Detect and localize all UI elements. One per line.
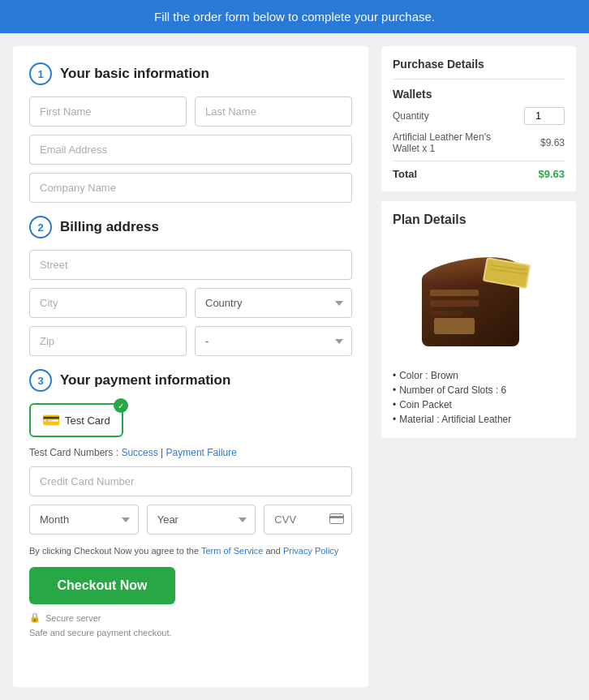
payment-options: ✓ 💳 Test Card: [29, 403, 352, 437]
terms-text: By clicking Checkout Now you agree to th…: [29, 546, 352, 556]
country-select[interactable]: Country United States United Kingdom Can…: [195, 288, 352, 318]
company-input[interactable]: [29, 173, 352, 203]
total-price: $9.63: [538, 168, 565, 180]
expiry-cvv-row: Month JanuaryFebruaryMarch AprilMayJune …: [29, 505, 352, 535]
svg-rect-5: [430, 300, 479, 307]
secure-server-line: 🔒 Secure server: [29, 612, 352, 623]
svg-rect-6: [430, 311, 462, 316]
svg-rect-0: [330, 513, 344, 523]
secure-note: 🔒 Secure server Safe and secure payment …: [29, 612, 352, 639]
credit-card-small-icon: [329, 513, 344, 527]
test-card-button[interactable]: ✓ 💳 Test Card: [29, 403, 123, 437]
success-link[interactable]: Success: [121, 447, 157, 458]
step2-circle: 2: [29, 216, 52, 238]
city-input[interactable]: [29, 288, 187, 318]
top-banner: Fill the order form below to complete yo…: [0, 0, 589, 33]
order-form-panel: 1 Your basic information 2 Billing add: [13, 46, 368, 687]
year-select[interactable]: Year 202420252026 2027202820292030: [147, 505, 256, 535]
lock-icon: 🔒: [29, 612, 41, 623]
section3-header: 3 Your payment information: [29, 369, 352, 392]
terms-link[interactable]: Term of Service: [201, 546, 263, 556]
banner-text: Fill the order form below to complete yo…: [154, 10, 435, 24]
purchase-section-title: Wallets: [393, 88, 565, 101]
plan-details-title: Plan Details: [393, 213, 565, 227]
email-input[interactable]: [29, 135, 352, 165]
card-label: Test Card: [65, 414, 110, 427]
quantity-label: Quantity: [393, 110, 429, 122]
item-row: Artificial Leather Men's Wallet x 1 $9.6…: [393, 131, 565, 154]
plan-feature-item: Number of Card Slots : 6: [393, 383, 565, 397]
credit-card-input[interactable]: [29, 466, 352, 496]
svg-rect-4: [430, 290, 479, 296]
cvv-wrapper: [264, 505, 352, 535]
step1-circle: 1: [29, 62, 52, 85]
section2-title: Billing address: [60, 219, 159, 235]
email-row: [29, 135, 352, 165]
company-row: [29, 173, 352, 203]
svg-rect-1: [329, 516, 344, 518]
total-label: Total: [393, 168, 417, 180]
state-select[interactable]: - AL AK CA: [195, 326, 352, 356]
wallet-image: [393, 237, 565, 359]
quantity-row: Quantity: [393, 107, 565, 125]
checkout-button[interactable]: Checkout Now: [29, 567, 175, 604]
section1-header: 1 Your basic information: [29, 62, 352, 85]
plan-feature-item: Color : Brown: [393, 368, 565, 383]
plan-details-box: Plan Details: [381, 201, 576, 438]
privacy-link[interactable]: Privacy Policy: [283, 546, 338, 556]
svg-rect-11: [434, 318, 475, 334]
quantity-input[interactable]: [524, 107, 565, 125]
name-row: [29, 97, 352, 127]
section1-title: Your basic information: [60, 66, 209, 82]
plan-feature-item: Coin Packet: [393, 397, 565, 412]
plan-feature-item: Material : Artificial Leather: [393, 412, 565, 427]
failure-link[interactable]: Payment Failure: [166, 447, 237, 458]
step3-circle: 3: [29, 369, 52, 392]
first-name-input[interactable]: [29, 97, 187, 127]
purchase-details-header: Purchase Details: [393, 58, 565, 79]
section3-title: Your payment information: [60, 372, 230, 389]
plan-features-list: Color : BrownNumber of Card Slots : 6Coi…: [393, 368, 565, 427]
zip-input[interactable]: [29, 326, 187, 356]
right-panel: Purchase Details Wallets Quantity Artifi…: [381, 46, 576, 687]
total-row: Total $9.63: [393, 161, 565, 180]
card-icon: 💳: [42, 411, 60, 429]
last-name-input[interactable]: [195, 97, 352, 127]
purchase-details-box: Purchase Details Wallets Quantity Artifi…: [381, 46, 576, 191]
section2-header: 2 Billing address: [29, 216, 352, 238]
city-country-row: Country United States United Kingdom Can…: [29, 288, 352, 318]
item-label: Artificial Leather Men's Wallet x 1: [393, 131, 498, 154]
test-card-note: Test Card Numbers : Success | Payment Fa…: [29, 447, 352, 458]
check-badge: ✓: [114, 398, 128, 413]
cc-row: [29, 466, 352, 496]
item-price: $9.63: [540, 137, 565, 148]
street-row: [29, 250, 352, 280]
zip-state-row: - AL AK CA: [29, 326, 352, 356]
street-input[interactable]: [29, 250, 352, 280]
month-select[interactable]: Month JanuaryFebruaryMarch AprilMayJune …: [29, 505, 139, 535]
safe-payment-text: Safe and secure payment checkout.: [29, 625, 352, 639]
